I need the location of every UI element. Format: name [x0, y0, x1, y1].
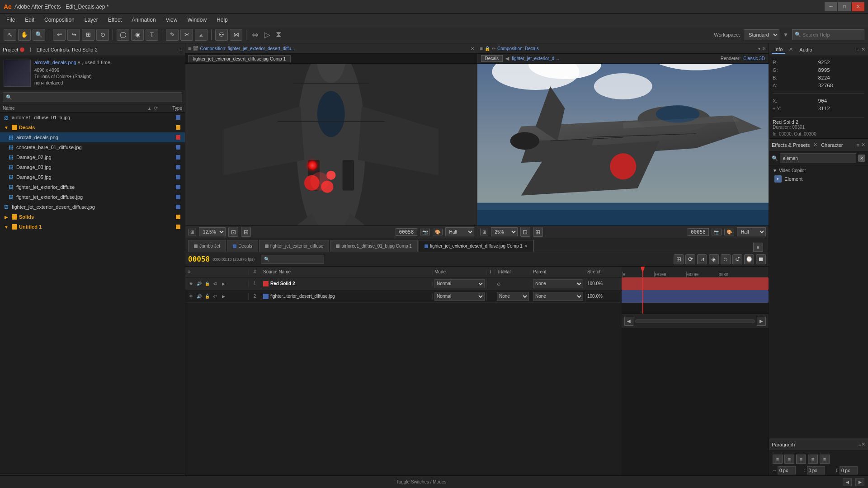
pen-tool[interactable]: ✎ — [166, 29, 179, 41]
timeline-tool-5[interactable]: ⍜ — [721, 254, 731, 264]
layer-2-mode[interactable]: Normal — [433, 292, 487, 301]
status-collapse-btn[interactable]: ◀ — [843, 478, 852, 486]
info-panel-close[interactable]: ✕ — [861, 47, 865, 52]
layer-2-eye[interactable]: 👁 — [187, 293, 194, 300]
left-quality-select[interactable]: HalfFullThirdQuarter — [445, 227, 474, 236]
layer-2-trkmat-select[interactable]: None — [497, 292, 529, 301]
timeline-tool-7[interactable]: ⌚ — [744, 254, 754, 264]
layer-row-1[interactable]: 👁 🔊 🔒 🏷 ▶ 1 Red Solid 2 — [185, 277, 622, 290]
audio-tab[interactable]: Audio — [797, 46, 815, 53]
right-viewer-grid-toggle[interactable]: ⊞ — [480, 229, 488, 235]
layer-1-mode[interactable]: Normal — [433, 279, 487, 288]
right-fit-button[interactable]: ⊡ — [520, 227, 530, 237]
list-item[interactable]: 🖼 Damage_03.jpg — [0, 162, 185, 172]
align-right-btn[interactable]: ≡ — [796, 455, 806, 464]
left-camera-toggle[interactable]: 📷 — [420, 229, 430, 235]
list-item[interactable]: ▶ Solids — [0, 212, 185, 222]
minimize-button[interactable]: ─ — [825, 2, 837, 11]
element-effect-item[interactable]: E Element — [771, 174, 866, 184]
right-expand-button[interactable]: ⊞ — [533, 227, 543, 237]
list-item[interactable]: ▼ Decals — [0, 122, 185, 132]
panel-menu-icon[interactable]: ≡ — [179, 47, 182, 52]
tab-desert-diffuse[interactable]: fighter_jet_exterior_desert_diffuse.jpg … — [419, 240, 534, 252]
layer-2-tag[interactable]: 🏷 — [212, 293, 219, 300]
close-button[interactable]: ✕ — [852, 2, 864, 11]
hand-tool[interactable]: ✋ — [18, 29, 31, 41]
zoom-tool[interactable]: 🔍 — [33, 29, 45, 41]
list-item[interactable]: 🖼 aircraft_decals.png — [0, 132, 185, 142]
right-camera-toggle[interactable]: 📷 — [712, 229, 722, 235]
status-expand-btn[interactable]: ▶ — [855, 478, 864, 486]
left-tab-label[interactable]: fighter_jet_exterior_desert_diffuse.jpg … — [188, 55, 291, 62]
list-item[interactable]: ▼ Untitled 1 — [0, 222, 185, 232]
layer-1-tag[interactable]: 🏷 — [212, 280, 219, 287]
right-zoom-select[interactable]: 25%12.5%50%100% — [491, 227, 518, 236]
layer-1-parent-select[interactable]: None — [533, 279, 583, 288]
layer-row-2[interactable]: 👁 🔊 🔒 🏷 ▶ 2 fighter...terior_desert_diff… — [185, 290, 622, 303]
list-item[interactable]: 🖼 Damage_05.jpg — [0, 172, 185, 182]
tab-jumbo-jet[interactable]: Jumbo Jet — [188, 240, 226, 252]
timeline-search-input[interactable] — [261, 255, 324, 264]
timeline-tool-4[interactable]: ◈ — [709, 254, 719, 264]
search-help-input[interactable] — [792, 29, 864, 40]
right-viewer-dropdown[interactable]: ▾ — [758, 46, 760, 51]
layer-2-sound[interactable]: 🔊 — [195, 293, 203, 300]
mask-tool[interactable]: ✂ — [180, 29, 193, 41]
justify-btn[interactable]: ≡ — [808, 455, 818, 464]
layer-2-mode-select[interactable]: Normal — [434, 292, 485, 301]
menu-layer[interactable]: Layer — [80, 15, 103, 24]
tab-close-desert[interactable]: ✕ — [524, 244, 528, 249]
layer-1-lock[interactable]: 🔒 — [203, 280, 211, 287]
tab-decals[interactable]: Decals — [227, 240, 258, 252]
roto-tool[interactable]: ⚇ — [215, 29, 228, 41]
layer-1-sound[interactable]: 🔊 — [195, 280, 203, 287]
timeline-tool-1[interactable]: ⊞ — [674, 254, 684, 264]
timeline-tool-2[interactable]: ⟳ — [685, 254, 695, 264]
justify-all-btn[interactable]: ≡ — [820, 455, 830, 464]
layer-2-trkmat[interactable]: None — [495, 292, 531, 301]
tab-airforce[interactable]: airforce1_diffuse_01_b.jpg Comp 1 — [330, 240, 417, 252]
tab-fighter-diff[interactable]: fighter_jet_exterior_diffuse — [259, 240, 330, 252]
text-tool[interactable]: T — [146, 29, 158, 41]
restore-button[interactable]: □ — [838, 2, 851, 11]
menu-composition[interactable]: Composition — [40, 15, 79, 24]
fill-tool[interactable]: ◉ — [131, 29, 144, 41]
project-search-input[interactable] — [3, 92, 182, 102]
menu-view[interactable]: View — [161, 15, 182, 24]
project-close-dot[interactable] — [20, 47, 24, 52]
brush-tool[interactable]: ⊞ — [82, 29, 94, 41]
left-fit-button[interactable]: ⊡ — [228, 227, 238, 237]
menu-file[interactable]: File — [2, 15, 19, 24]
layer-2-collapse[interactable]: ▶ — [220, 293, 227, 300]
list-item[interactable]: 🖼 fighter_jet_exterior_diffuse.jpg — [0, 192, 185, 202]
layer-1-bar[interactable] — [622, 277, 769, 290]
left-viewer-close[interactable]: ✕ — [471, 46, 474, 51]
layer-2-parent[interactable]: None — [531, 292, 585, 301]
timeline-nav-next[interactable]: ▶ — [757, 317, 766, 326]
layer-2-lock[interactable]: 🔒 — [203, 293, 211, 300]
character-tab[interactable]: Character — [821, 142, 843, 148]
info-panel-menu[interactable]: ≡ — [857, 47, 859, 52]
list-item[interactable]: 🖼 concrete_bare_01_diffuse.jpg — [0, 142, 185, 152]
spacing-input-3[interactable] — [840, 466, 858, 474]
align-center-btn[interactable]: ≡ — [784, 455, 794, 464]
paint-tool[interactable]: ⊙ — [96, 29, 109, 41]
list-item[interactable]: 🖼 fighter_jet_exterior_desert_diffuse.jp… — [0, 202, 185, 212]
right-viewer-menu[interactable]: ≡ — [480, 46, 483, 51]
paragraph-panel-close[interactable]: ✕ — [861, 441, 865, 447]
timeline-scrollbar[interactable] — [635, 319, 755, 323]
spacing-input-1[interactable] — [778, 466, 796, 474]
right-viewer-close[interactable]: ✕ — [762, 46, 766, 51]
layer-1-eye[interactable]: 👁 — [187, 280, 194, 287]
select-tool[interactable]: ↖ — [4, 29, 16, 41]
left-viewer-menu[interactable]: ≡ — [188, 46, 191, 51]
menu-edit[interactable]: Edit — [20, 15, 39, 24]
breadcrumb-item2[interactable]: fighter_jet_exterior_d ... — [512, 56, 559, 61]
decals-breadcrumb-btn[interactable]: Decals — [481, 55, 503, 62]
layer-1-parent[interactable]: None — [531, 279, 585, 288]
menu-window[interactable]: Window — [183, 15, 211, 24]
list-item[interactable]: 🖼 fighter_jet_exterior_diffuse — [0, 182, 185, 192]
effects-search-input[interactable] — [780, 153, 856, 163]
timeline-tool-8[interactable]: ⏹ — [756, 254, 766, 264]
menu-help[interactable]: Help — [212, 15, 232, 24]
